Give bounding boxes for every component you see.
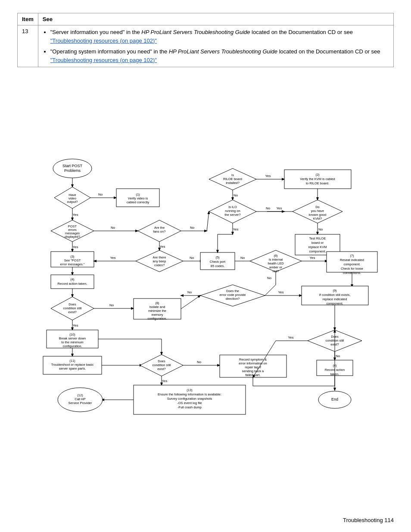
box-symptom-l5: failed part. xyxy=(245,373,260,377)
box-symptom-l1: Record symptom & xyxy=(239,358,267,361)
box-post-l3: error messages." xyxy=(60,262,85,266)
box-test-l3: replace KVM xyxy=(308,245,327,249)
diamond-cond2-l2: condition still xyxy=(153,363,171,367)
diamond-riloe-l2: RILOE board xyxy=(223,177,242,181)
box-kvm-l2: Verify the KVM is cabled xyxy=(300,177,335,181)
diamond-health-l4: amber or xyxy=(269,265,283,269)
box-ensure-l1: Ensure the following information is avai… xyxy=(158,392,221,396)
oval-call-l1: (12) xyxy=(77,393,83,397)
box-ensure-l0: (13) xyxy=(187,388,193,392)
diamond-errcode-l2: error code provide xyxy=(220,293,246,297)
box-ensure-l3: -OS event log file xyxy=(177,401,202,405)
end-label: End xyxy=(331,397,338,401)
label-no-cond2: No xyxy=(197,360,202,364)
diamond-health-l3: health LED xyxy=(268,261,284,265)
diamond-cond2-l1: Does xyxy=(158,359,165,363)
flowchart-area: Start POST Problems Have video output? N… xyxy=(0,76,411,451)
diamond-beep-l3: codes? xyxy=(154,263,165,267)
oval-call-l3: Service Provider xyxy=(68,401,92,405)
label-no-cond1: No xyxy=(109,303,114,307)
diamond-health-l2: Is internal xyxy=(269,258,283,261)
bullet2-pre: "Operating system information you need" … xyxy=(50,48,169,55)
bullet2-italic: HP ProLiant Servers Troubleshooting Guid… xyxy=(169,48,277,55)
bullet1-pre: "Server information you need" in the xyxy=(50,29,142,35)
footer-text: Troubleshooting 114 xyxy=(343,517,394,523)
diamond-riloe-l1: Is xyxy=(231,173,234,177)
svg-line-38 xyxy=(181,296,200,309)
bullet2-link[interactable]: "Troubleshooting resources (on page 102)… xyxy=(50,57,157,63)
box-break-l4: configuration. xyxy=(62,344,82,348)
label-no-port85: No xyxy=(240,256,245,260)
label-no-riloe: No xyxy=(234,193,238,197)
oval-call-l2: Call HP xyxy=(75,397,85,401)
diamond-cond1-l2: condition still xyxy=(63,306,82,310)
box-test-l1: Test RILOE xyxy=(309,236,326,240)
diamond-beep-l2: any beep xyxy=(153,259,166,263)
box-verify-video-l2: Verify video is xyxy=(128,196,148,200)
diamond-kvm-l1: Do xyxy=(315,205,320,209)
label-no-fans: No xyxy=(190,226,195,230)
label-yes-kvm: Yes xyxy=(276,206,282,210)
box-post-l2: See "POST xyxy=(64,258,81,262)
box-break-l1: (10) xyxy=(69,333,75,336)
svg-line-37 xyxy=(265,285,276,296)
box-reseat-l3: component. xyxy=(343,262,360,266)
box-symptom-l3: repair tag if xyxy=(245,365,261,369)
box-isolate-l2: Isolate and xyxy=(149,305,165,309)
label-no-kvm: No xyxy=(318,227,323,231)
box-replace-l2: If condition still exists, xyxy=(319,293,351,297)
diamond-kvm-l2: you have xyxy=(311,209,324,213)
box-post-l1: (3) xyxy=(70,255,75,258)
diamond-health-l1: (6) xyxy=(274,254,278,258)
box-trouble-l1: (11) xyxy=(69,359,75,363)
box-kvm-l3: to RILOE board. xyxy=(306,181,329,185)
label-yes-beep: Yes xyxy=(110,256,115,260)
diamond-kvm-l4: KVM? xyxy=(313,217,322,221)
box-replace-l1: (9) xyxy=(333,289,337,292)
diamond-cond1-l1: Does xyxy=(68,302,76,306)
diamond-ilo-l2: running on xyxy=(225,209,240,213)
box-ensure-l2: Survey configuration snapshots xyxy=(167,397,212,401)
diamond-ilo-l3: the server? xyxy=(224,213,241,217)
box-record-l2: Record action taken. xyxy=(58,282,87,286)
row-number: 13 xyxy=(18,25,38,67)
bullet1-italic: HP ProLiant Servers Troubleshooting Guid… xyxy=(141,29,250,35)
bullet1-link[interactable]: "Troubleshooting resources (on page 102)… xyxy=(50,37,157,44)
row-content: "Server information you need" in the HP … xyxy=(38,25,393,67)
reference-table: Item See 13 "Server information you need… xyxy=(17,13,394,67)
box-port85-l3: 85 codes. xyxy=(211,264,225,268)
box-kvm-l1: (2) xyxy=(315,173,320,177)
box-port85-l2: Check port xyxy=(210,260,226,264)
box-break-l3: to the minimum xyxy=(61,340,83,344)
label-yes-ilo: Yes xyxy=(233,227,238,231)
label-yes-fans: Yes xyxy=(159,245,165,249)
col-see-header: See xyxy=(38,13,393,25)
label-yes-riloe: Yes xyxy=(265,174,271,178)
label-no-ilo: No xyxy=(266,206,271,210)
box-ensure-l4: -Full crash dump xyxy=(177,405,202,409)
bullet1-mid: located on the Documentation CD or see xyxy=(250,29,353,35)
diamond-cond2-l3: exist? xyxy=(157,367,166,371)
label-yes-cond2: Yes xyxy=(162,379,167,383)
box-isolate-l5: configuration. xyxy=(147,317,167,320)
diamond-video-l3: output? xyxy=(67,200,78,204)
start-label2: Problems xyxy=(64,168,81,173)
box-trouble-l3: server spare parts. xyxy=(59,367,86,370)
svg-line-42 xyxy=(207,212,209,231)
box-reseat-l1: (7) xyxy=(350,254,354,258)
label-yes-cond3: Yes xyxy=(288,336,293,339)
diamond-errcode-l3: direction? xyxy=(226,297,240,301)
box-verify-video-l1: (1) xyxy=(136,193,140,196)
label-no-video: No xyxy=(98,193,103,196)
label-no-errcode: No xyxy=(187,290,192,294)
label-yes-video: Yes xyxy=(72,213,78,217)
page-footer: Troubleshooting 114 xyxy=(343,517,394,523)
diamond-cond1-l3: exist? xyxy=(68,310,77,314)
label-yes-post: Yes xyxy=(72,245,78,249)
box-isolate-l1: (8) xyxy=(155,301,159,305)
bullet2-mid: located on the Documentation CD or see xyxy=(277,48,380,55)
label-yes-cond1: Yes xyxy=(72,324,78,327)
diamond-errcode-l1: Does the xyxy=(226,289,239,293)
label-no-health: No xyxy=(267,276,272,280)
diamond-post-l4: displayed? xyxy=(65,235,80,239)
